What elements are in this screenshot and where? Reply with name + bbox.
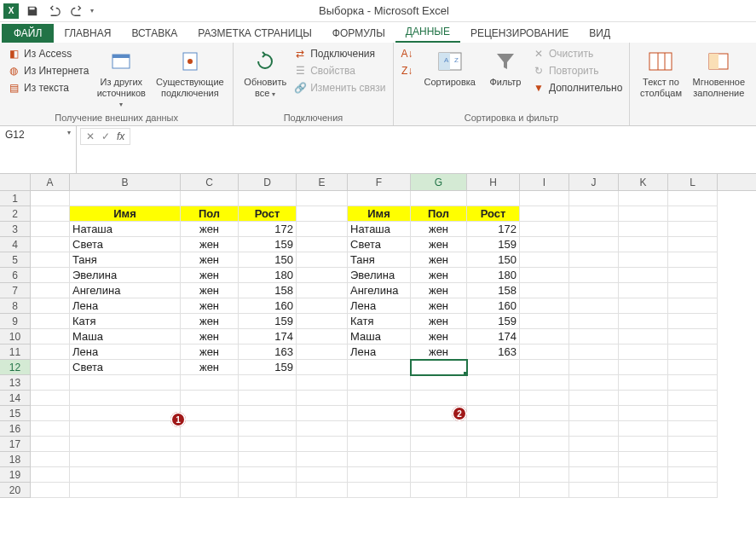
cell[interactable] — [569, 252, 619, 268]
cell[interactable] — [569, 452, 619, 467]
sort-button[interactable]: AZ Сортировка — [419, 46, 481, 90]
cancel-formula-button[interactable]: ✕ — [83, 129, 98, 144]
from-other-button[interactable]: Из других источников ▾ — [90, 46, 152, 111]
row-header[interactable]: 11 — [0, 344, 31, 360]
cell[interactable] — [348, 421, 411, 437]
cell[interactable] — [520, 191, 569, 206]
col-header[interactable]: B — [70, 174, 181, 190]
cell[interactable] — [411, 391, 467, 406]
cell[interactable] — [31, 437, 70, 452]
cell[interactable]: 160 — [467, 298, 520, 314]
col-header[interactable]: G — [411, 174, 467, 190]
cell[interactable] — [569, 421, 619, 437]
cell[interactable] — [668, 375, 718, 391]
cell[interactable] — [297, 483, 348, 498]
sort-az-button[interactable]: A↓ — [399, 46, 416, 61]
cell[interactable]: Таня — [348, 252, 411, 268]
cell[interactable]: Эвелина — [70, 268, 181, 283]
cell[interactable] — [31, 191, 70, 206]
cell[interactable] — [297, 191, 348, 206]
cell[interactable] — [520, 421, 569, 437]
cell[interactable] — [467, 437, 520, 452]
save-button[interactable] — [24, 3, 41, 20]
cell[interactable] — [569, 191, 619, 206]
cell[interactable] — [467, 360, 520, 375]
cell[interactable] — [70, 391, 181, 406]
cell[interactable]: жен — [181, 268, 239, 283]
row-header[interactable]: 5 — [0, 252, 31, 268]
cell[interactable]: Лена — [70, 344, 181, 360]
cell[interactable] — [520, 252, 569, 268]
cell[interactable] — [569, 467, 619, 483]
row-header[interactable]: 15 — [0, 406, 31, 421]
properties-button[interactable]: ☰Свойства — [291, 63, 387, 78]
cell[interactable] — [31, 237, 70, 252]
cell[interactable] — [348, 483, 411, 498]
cell[interactable] — [619, 421, 668, 437]
cell[interactable]: жен — [181, 314, 239, 329]
cell[interactable]: Наташа — [70, 222, 181, 237]
cell[interactable]: Ангелина — [348, 283, 411, 298]
cell[interactable] — [668, 483, 718, 498]
cell[interactable] — [467, 406, 520, 421]
cell[interactable]: 163 — [239, 344, 297, 360]
cell[interactable] — [70, 191, 181, 206]
row-header[interactable]: 4 — [0, 237, 31, 252]
redo-button[interactable] — [68, 3, 85, 20]
cell[interactable]: Катя — [348, 314, 411, 329]
cell[interactable] — [31, 222, 70, 237]
cell[interactable] — [297, 252, 348, 268]
tab-formulas[interactable]: ФОРМУЛЫ — [322, 24, 395, 43]
cell[interactable] — [619, 329, 668, 344]
cell[interactable] — [297, 237, 348, 252]
cell[interactable] — [239, 437, 297, 452]
cell[interactable]: Лена — [70, 298, 181, 314]
cell[interactable] — [520, 283, 569, 298]
cell[interactable] — [297, 406, 348, 421]
cell[interactable] — [619, 252, 668, 268]
row-header[interactable]: 3 — [0, 222, 31, 237]
sort-za-button[interactable]: Z↓ — [399, 63, 416, 78]
cell[interactable] — [569, 406, 619, 421]
cell[interactable]: 158 — [467, 283, 520, 298]
row-header[interactable]: 7 — [0, 283, 31, 298]
cell[interactable] — [297, 452, 348, 467]
cell[interactable] — [520, 467, 569, 483]
cell[interactable] — [297, 344, 348, 360]
cell[interactable]: 159 — [239, 237, 297, 252]
tab-view[interactable]: ВИД — [579, 24, 620, 43]
cell[interactable] — [239, 191, 297, 206]
cell[interactable] — [520, 483, 569, 498]
row-header[interactable]: 14 — [0, 391, 31, 406]
insert-function-button[interactable]: fx — [113, 129, 128, 144]
cell[interactable] — [520, 375, 569, 391]
cell[interactable]: жен — [411, 237, 467, 252]
col-header[interactable]: A — [31, 174, 70, 190]
cell[interactable] — [520, 237, 569, 252]
cell[interactable] — [31, 268, 70, 283]
cell[interactable]: жен — [181, 283, 239, 298]
cell[interactable]: жен — [181, 222, 239, 237]
reapply-filter-button[interactable]: ↻Повторить — [530, 63, 624, 78]
cell[interactable] — [297, 222, 348, 237]
cell[interactable] — [297, 421, 348, 437]
cell[interactable]: жен — [411, 314, 467, 329]
cell[interactable]: жен — [181, 298, 239, 314]
cell[interactable] — [239, 452, 297, 467]
col-header[interactable]: J — [569, 174, 619, 190]
cell[interactable] — [181, 467, 239, 483]
row-header[interactable]: 19 — [0, 467, 31, 483]
cell[interactable] — [181, 421, 239, 437]
cell[interactable] — [297, 298, 348, 314]
cell[interactable] — [520, 452, 569, 467]
cell[interactable] — [668, 206, 718, 222]
cell[interactable] — [619, 375, 668, 391]
cell[interactable] — [31, 206, 70, 222]
connections-button[interactable]: ⇄Подключения — [291, 46, 387, 61]
cell[interactable] — [31, 252, 70, 268]
cell[interactable]: жен — [181, 237, 239, 252]
cell[interactable] — [520, 314, 569, 329]
row-header[interactable]: 17 — [0, 437, 31, 452]
cell[interactable] — [411, 483, 467, 498]
cell[interactable] — [31, 298, 70, 314]
